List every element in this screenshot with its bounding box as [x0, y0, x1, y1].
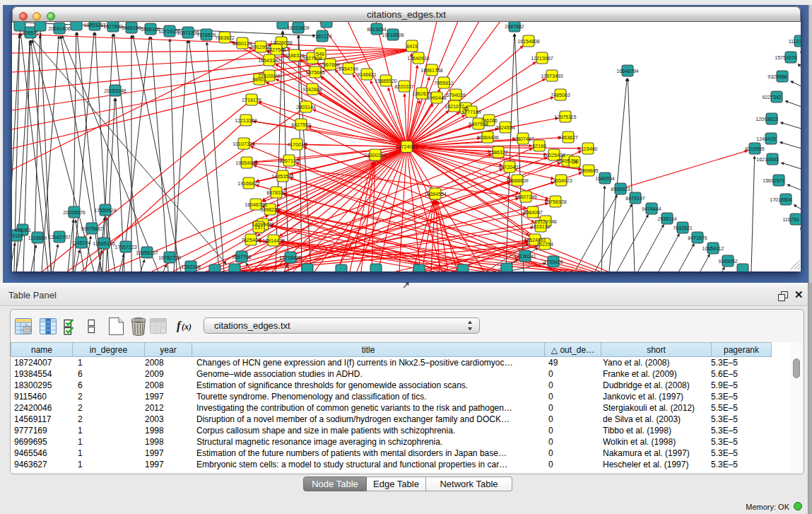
svg-text:9777169: 9777169: [461, 110, 481, 115]
svg-text:2718176: 2718176: [242, 98, 261, 103]
svg-text:20206576: 20206576: [63, 210, 86, 216]
svg-text:8471676: 8471676: [688, 235, 707, 241]
svg-text:546: 546: [316, 52, 324, 57]
svg-text:23300293: 23300293: [364, 153, 387, 158]
svg-text:19166827: 19166827: [237, 181, 260, 187]
svg-text:3875685: 3875685: [305, 70, 325, 76]
svg-text:7632621: 7632621: [673, 226, 693, 231]
svg-text:3498222: 3498222: [260, 207, 280, 213]
svg-text:62160: 62160: [532, 144, 546, 149]
svg-text:15885520: 15885520: [375, 78, 397, 84]
svg-text:6479197: 6479197: [625, 196, 645, 201]
svg-text:12213967: 12213967: [531, 56, 553, 62]
svg-text:7663822: 7663822: [215, 35, 235, 41]
svg-text:20364436: 20364436: [476, 135, 499, 141]
svg-text:7515526: 7515526: [196, 33, 216, 38]
svg-text:14055714: 14055714: [19, 30, 42, 36]
svg-text:16648784: 16648784: [616, 69, 639, 74]
svg-text:(x): (x): [182, 322, 192, 332]
svg-text:9245052: 9245052: [718, 259, 738, 264]
svg-text:10973493: 10973493: [541, 74, 563, 79]
svg-text:14353594: 14353594: [271, 174, 294, 180]
svg-text:8813054: 8813054: [367, 27, 387, 33]
svg-text:8267130: 8267130: [279, 158, 299, 164]
svg-text:8938923: 8938923: [611, 187, 630, 192]
svg-text:18807249: 18807249: [514, 194, 537, 200]
svg-text:13226058: 13226058: [270, 40, 293, 46]
svg-text:9146821: 9146821: [357, 72, 377, 78]
svg-text:6794028: 6794028: [446, 93, 466, 98]
svg-text:2087682: 2087682: [505, 24, 524, 30]
svg-text:10654112: 10654112: [702, 246, 724, 252]
svg-text:10688609: 10688609: [506, 178, 529, 184]
svg-text:90975887: 90975887: [81, 226, 103, 232]
svg-text:1640954: 1640954: [595, 176, 615, 182]
svg-text:1145194: 1145194: [71, 240, 90, 246]
svg-text:9463627: 9463627: [558, 135, 578, 141]
svg-text:19384554: 19384554: [424, 192, 447, 197]
svg-text:2935114: 2935114: [657, 216, 676, 222]
svg-text:1615132: 1615132: [531, 224, 551, 230]
svg-text:17957223: 17957223: [114, 245, 137, 250]
svg-text:157: 157: [254, 225, 263, 230]
svg-text:1527602: 1527602: [103, 24, 123, 30]
svg-text:7386322: 7386322: [488, 150, 508, 156]
svg-text:16961758: 16961758: [420, 68, 443, 74]
svg-text:7955812: 7955812: [434, 81, 454, 86]
svg-text:16154808: 16154808: [517, 39, 540, 45]
svg-text:16914479: 16914479: [262, 238, 285, 244]
svg-text:8990448: 8990448: [427, 95, 447, 101]
svg-text:2967608: 2967608: [320, 62, 340, 68]
svg-text:7485063: 7485063: [551, 93, 570, 98]
svg-text:19218506: 19218506: [382, 33, 404, 38]
svg-text:13640910: 13640910: [407, 56, 430, 62]
svg-text:16543382: 16543382: [258, 58, 281, 64]
svg-text:10853287: 10853287: [83, 23, 106, 28]
svg-text:12942757: 12942757: [48, 235, 71, 240]
svg-text:8419: 8419: [406, 44, 418, 49]
svg-text:8678332: 8678332: [266, 190, 286, 196]
svg-text:8215955: 8215955: [745, 146, 765, 152]
svg-text:15716485: 15716485: [279, 255, 302, 261]
svg-text:13654923: 13654923: [550, 178, 572, 184]
svg-text:12213369: 12213369: [235, 118, 257, 124]
svg-text:6497568: 6497568: [469, 122, 488, 127]
svg-text:10025438: 10025438: [543, 153, 565, 158]
svg-text:14136141: 14136141: [514, 254, 536, 259]
svg-text:2803144: 2803144: [296, 105, 316, 110]
svg-text:39159: 39159: [12, 233, 23, 239]
svg-text:252254: 252254: [536, 242, 553, 247]
svg-text:19654985: 19654985: [235, 160, 258, 166]
svg-text:116753: 116753: [782, 217, 799, 223]
svg-text:17359924: 17359924: [94, 208, 117, 214]
svg-text:8220337: 8220337: [394, 84, 414, 90]
svg-text:15751074: 15751074: [775, 55, 797, 61]
svg-text:12975115: 12975115: [554, 115, 576, 120]
svg-text:10958107: 10958107: [136, 250, 158, 256]
svg-text:18724007: 18724007: [396, 144, 418, 150]
svg-text:6466160: 6466160: [141, 27, 160, 33]
svg-text:9227342: 9227342: [762, 95, 782, 100]
svg-text:1733426: 1733426: [543, 259, 563, 265]
svg-text:7357224: 7357224: [312, 34, 332, 40]
svg-text:1244415: 1244415: [756, 136, 776, 142]
svg-text:8427552: 8427552: [291, 122, 311, 128]
svg-text:1621072: 1621072: [445, 104, 464, 110]
svg-text:16033809: 16033809: [287, 25, 310, 31]
svg-text:10671355: 10671355: [177, 30, 199, 36]
svg-text:9084067: 9084067: [523, 210, 543, 216]
svg-text:12093823: 12093823: [755, 117, 778, 122]
svg-text:98901: 98901: [252, 77, 266, 83]
svg-text:16782759: 16782759: [158, 255, 181, 261]
svg-text:8960128: 8960128: [233, 41, 252, 47]
svg-text:9242848: 9242848: [302, 87, 322, 93]
svg-text:9115460: 9115460: [578, 146, 597, 152]
svg-text:8186328: 8186328: [285, 53, 305, 59]
svg-text:4170016: 4170016: [287, 142, 307, 148]
svg-text:9527506: 9527506: [266, 47, 286, 53]
svg-text:7625402: 7625402: [241, 238, 261, 243]
svg-text:15692971: 15692971: [763, 178, 785, 184]
svg-text:16210643: 16210643: [756, 157, 779, 163]
svg-text:0899695: 0899695: [579, 168, 599, 174]
svg-text:1292346: 1292346: [181, 264, 201, 270]
